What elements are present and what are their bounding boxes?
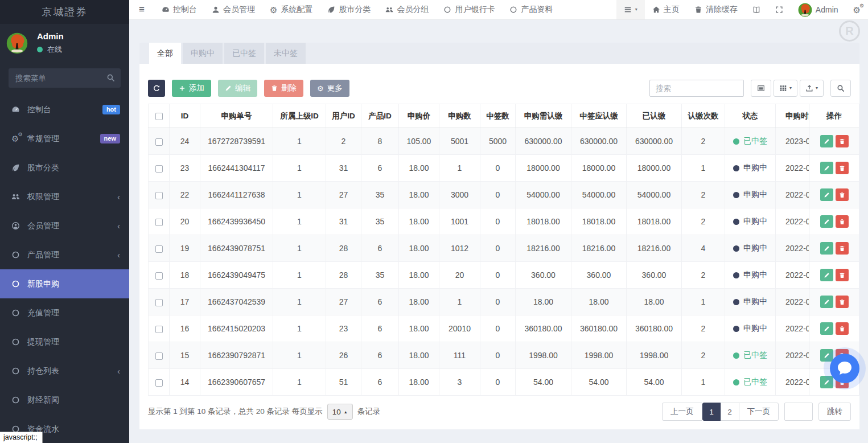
row-checkbox[interactable]: [155, 219, 163, 226]
panel-body: 添加 编辑 删除 ⚙更多 ▾ ▾: [139, 64, 859, 429]
row-edit-button[interactable]: [820, 135, 833, 147]
sidebar-toggle-button[interactable]: ≡: [129, 0, 154, 19]
delete-button[interactable]: 删除: [264, 80, 303, 97]
gears-icon: ⚙⚙: [11, 134, 25, 143]
select-all-checkbox[interactable]: [155, 113, 163, 120]
row-edit-button[interactable]: [820, 162, 833, 174]
sidebar-item[interactable]: ⚙⚙常规管理new: [0, 124, 129, 153]
row-edit-button[interactable]: [820, 188, 833, 201]
row-checkbox[interactable]: [155, 352, 163, 360]
row-delete-button[interactable]: [836, 269, 849, 281]
search-icon[interactable]: [106, 73, 115, 82]
sidebar-item[interactable]: 控制台hot: [0, 95, 129, 124]
tab-2[interactable]: 已中签: [224, 43, 264, 64]
status-badge: 申购中: [733, 163, 767, 173]
topnav-item[interactable]: 控制台: [154, 0, 204, 19]
refresh-button[interactable]: [148, 80, 165, 97]
row-edit-button[interactable]: [820, 215, 833, 228]
sidebar-item[interactable]: 持仓列表‹: [0, 356, 129, 385]
column-header: 中签应认缴: [571, 104, 627, 128]
new-badge: new: [100, 134, 120, 143]
edit-button[interactable]: 编辑: [218, 80, 257, 97]
list-dropdown-button[interactable]: ▾: [616, 0, 645, 19]
users-icon: [11, 192, 25, 201]
topnav-item[interactable]: ⚙系统配置: [262, 0, 320, 19]
leaf-icon: [327, 6, 335, 14]
jump-button[interactable]: 跳转: [818, 403, 851, 421]
column-header: 用户ID: [326, 104, 361, 128]
chat-widget-button[interactable]: [830, 354, 859, 383]
sidebar-item[interactable]: 提现管理: [0, 327, 129, 356]
page-button-1[interactable]: 1: [702, 403, 721, 421]
sidebar: 京城證券 Admin 在线 控制台hot⚙⚙常规管理new股市分类权限管理‹会员…: [0, 0, 129, 443]
row-checkbox[interactable]: [155, 299, 163, 306]
page-size-select[interactable]: 10▲: [327, 404, 353, 420]
row-checkbox[interactable]: [155, 192, 163, 199]
chevron-left-icon: ‹: [117, 251, 120, 259]
row-edit-button[interactable]: [820, 376, 833, 388]
row-checkbox[interactable]: [155, 326, 163, 333]
topnav-item[interactable]: 用户银行卡: [436, 0, 502, 19]
row-checkbox[interactable]: [155, 245, 163, 253]
export-button[interactable]: ▾: [800, 80, 824, 97]
table-search-input[interactable]: [649, 80, 744, 97]
advanced-search-button[interactable]: [830, 80, 851, 97]
detail-view-button[interactable]: [751, 80, 771, 97]
sidebar-item[interactable]: 产品管理‹: [0, 240, 129, 269]
sidebar-item[interactable]: 权限管理‹: [0, 182, 129, 211]
row-edit-button[interactable]: [820, 349, 833, 362]
row-delete-button[interactable]: [836, 322, 849, 335]
tab-3[interactable]: 未中签: [266, 43, 306, 64]
tab-1[interactable]: 申购中: [183, 43, 223, 64]
sidebar-item[interactable]: 财经新闻: [0, 385, 129, 415]
row-delete-button[interactable]: [836, 188, 849, 201]
actions-column: 操作: [809, 104, 859, 396]
topnav-item[interactable]: 股市分类: [320, 0, 378, 19]
row-edit-button[interactable]: [820, 269, 833, 281]
home-button[interactable]: 主页: [645, 0, 687, 19]
columns-grid-icon: [779, 84, 787, 92]
row-checkbox[interactable]: [155, 138, 163, 146]
prev-page-button[interactable]: 上一页: [662, 403, 702, 421]
jump-page-input[interactable]: [784, 403, 813, 421]
more-button[interactable]: ⚙更多: [310, 80, 349, 97]
sidebar-item[interactable]: 充值管理: [0, 298, 129, 327]
settings-gears-button[interactable]: ⚙⚙: [846, 0, 868, 19]
row-edit-button[interactable]: [820, 322, 833, 335]
columns-button[interactable]: ▾: [774, 80, 797, 97]
fullscreen-icon: [775, 6, 783, 14]
navbar-user-button[interactable]: Admin: [791, 0, 846, 19]
row-edit-button[interactable]: [820, 242, 833, 255]
sidebar-search-input[interactable]: [9, 68, 121, 88]
clear-cache-button[interactable]: 清除缓存: [687, 0, 745, 19]
next-page-button[interactable]: 下一页: [739, 403, 779, 421]
row-delete-button[interactable]: [836, 215, 849, 228]
row-checkbox[interactable]: [155, 165, 163, 173]
user-avatar: [798, 3, 812, 17]
language-button[interactable]: [745, 0, 768, 19]
topnav-item[interactable]: 会员管理: [204, 0, 262, 19]
column-header: 中签数: [480, 104, 516, 128]
tab-0[interactable]: 全部: [149, 43, 181, 64]
brand-title: 京城證券: [0, 0, 129, 24]
row-checkbox[interactable]: [155, 272, 163, 280]
fullscreen-button[interactable]: [768, 0, 791, 19]
row-delete-button[interactable]: [836, 296, 849, 308]
topnav-item[interactable]: 产品资料: [502, 0, 560, 19]
row-delete-button[interactable]: [836, 162, 849, 174]
online-dot-icon: [37, 47, 43, 52]
row-edit-button[interactable]: [820, 296, 833, 308]
column-header: 所属上级ID: [273, 104, 326, 128]
add-button[interactable]: 添加: [172, 80, 211, 97]
sidebar-item[interactable]: 会员管理‹: [0, 211, 129, 240]
sidebar-item[interactable]: 新股申购: [0, 269, 129, 298]
sidebar-item[interactable]: 股市分类: [0, 153, 129, 182]
row-actions: [809, 262, 859, 289]
row-delete-button[interactable]: [836, 242, 849, 255]
subscriptions-table: ID申购单号所属上级ID用户ID产品ID申购价申购数中签数申购需认缴中签应认缴已…: [148, 104, 851, 396]
row-checkbox[interactable]: [155, 379, 163, 387]
row-delete-button[interactable]: [836, 135, 849, 147]
status-dot-icon: [733, 379, 739, 385]
page-button-2[interactable]: 2: [721, 403, 739, 421]
topnav-item[interactable]: 会员分组: [378, 0, 436, 19]
